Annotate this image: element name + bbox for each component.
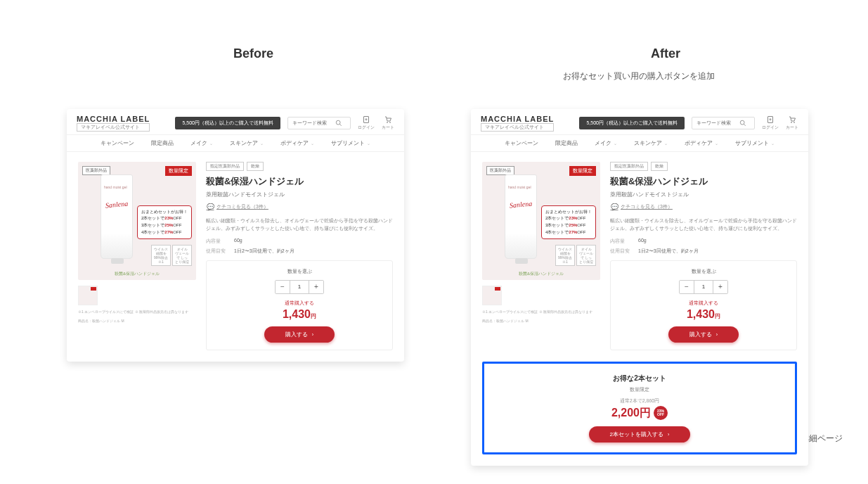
search-input[interactable] <box>697 120 739 125</box>
qty-decrement[interactable]: − <box>680 281 694 293</box>
nav-supplement[interactable]: サプリメント⌄ <box>331 139 370 147</box>
thumbnail[interactable] <box>78 286 98 305</box>
brand-name: MACCHIA LABEL <box>481 115 554 123</box>
thumbnail[interactable] <box>482 286 502 305</box>
cart-label: カート <box>786 125 798 131</box>
qty-stepper: − 1 + <box>679 280 728 294</box>
navbar: キャンペーン 限定商品 メイク⌄ スキンケア⌄ ボディケア⌄ サプリメント⌄ <box>67 134 404 152</box>
nav-makeup[interactable]: メイク⌄ <box>190 139 213 147</box>
nav-skincare[interactable]: スキンケア⌄ <box>634 139 668 147</box>
free-shipping-banner: 5,500円（税込）以上のご購入で送料無料 <box>579 117 685 129</box>
cart-button[interactable]: カート <box>786 115 798 131</box>
product-caption: 殺菌&保湿ハンドジェル <box>78 271 196 277</box>
login-button[interactable]: ログイン <box>762 115 779 131</box>
promo-line: 2本セットで23%OFF <box>141 215 188 222</box>
nav-bodycare[interactable]: ボディケア⌄ <box>280 139 314 147</box>
nav-limited[interactable]: 限定商品 <box>151 139 174 147</box>
login-button[interactable]: ログイン <box>358 115 375 131</box>
speech-icon: 💬 <box>610 203 618 211</box>
login-icon <box>766 115 775 124</box>
buy-button[interactable]: 購入する› <box>668 326 739 343</box>
feature-badge: ウイルス 細菌を 99%除去※1 <box>555 245 575 266</box>
cart-button[interactable]: カート <box>382 115 394 131</box>
nav-makeup[interactable]: メイク⌄ <box>595 139 617 147</box>
svg-line-1 <box>339 124 342 126</box>
search-input[interactable] <box>292 120 335 125</box>
qty-stepper: − 1 + <box>275 280 324 294</box>
svg-point-5 <box>390 122 391 122</box>
chevron-right-icon: › <box>668 432 669 437</box>
spec-row: 使用目安1日2〜3回使用で、約2ヶ月 <box>610 248 797 255</box>
promo-title: おまとめセットがお得！ <box>141 209 188 216</box>
review-link[interactable]: 💬 クチコミを見る（3件） <box>610 203 797 211</box>
topbar: MACCHIA LABEL マキアレイベル公式サイト 5,500円（税込）以上の… <box>67 109 404 134</box>
topbar: MACCHIA LABEL マキアレイベル公式サイト 5,500円（税込）以上の… <box>471 109 808 134</box>
chevron-down-icon: ⌄ <box>715 141 718 146</box>
brand-name: MACCHIA LABEL <box>77 115 150 123</box>
free-shipping-banner: 5,500円（税込）以上のご購入で送料無料 <box>175 117 280 129</box>
ingredients-note: ※1 エンベロープウイルスにて検証 ※ 医薬部外品販売名は異なります <box>482 310 600 315</box>
qty-value: 1 <box>694 281 713 293</box>
nav-skincare[interactable]: スキンケア⌄ <box>230 139 264 147</box>
nav-supplement[interactable]: サプリメント⌄ <box>735 139 775 147</box>
set-title: お得な2本セット <box>494 374 785 383</box>
nav-campaign[interactable]: キャンペーン <box>505 139 538 147</box>
brand[interactable]: MACCHIA LABEL マキアレイベル公式サイト <box>77 115 150 132</box>
search-icon[interactable] <box>739 119 747 127</box>
review-link[interactable]: 💬 クチコミを見る（3件） <box>206 203 393 211</box>
chevron-down-icon: ⌄ <box>664 141 668 146</box>
promo-line: 4本セットで27%OFF <box>545 229 592 236</box>
product-caption: 殺菌&保湿ハンドジェル <box>482 271 600 277</box>
tube-script: Sanlena <box>510 199 533 209</box>
svg-point-6 <box>740 120 744 125</box>
product-tag: 乾燥 <box>247 162 264 171</box>
spec-row: 内容量60g <box>206 238 393 245</box>
qty-decrement[interactable]: − <box>276 281 290 293</box>
product-description: 幅広い細菌類・ウイルスを除去し、オイルヴェールで乾燥から手指を守る殺菌ハンドジェ… <box>610 217 797 232</box>
qty-label: 数量を選ぶ <box>618 268 789 275</box>
nav-campaign[interactable]: キャンペーン <box>101 139 134 147</box>
limited-badge: 数量限定 <box>165 166 192 176</box>
medicine-badge: 医薬部外品 <box>486 166 514 175</box>
medicine-badge: 医薬部外品 <box>82 166 110 175</box>
chevron-down-icon: ⌄ <box>614 141 617 146</box>
login-label: ログイン <box>762 125 779 131</box>
promo-line: 4本セットで27%OFF <box>141 229 188 236</box>
search-icon[interactable] <box>335 119 343 127</box>
price: 1,430円 <box>214 308 385 321</box>
product-image[interactable]: 医薬部外品 数量限定 hand moist gel Sanlena おまとめセッ… <box>482 162 600 280</box>
product-tag: 指定医薬部外品 <box>610 162 648 171</box>
login-label: ログイン <box>358 125 375 131</box>
qty-increment[interactable]: + <box>309 281 323 293</box>
nav-bodycare[interactable]: ボディケア⌄ <box>685 139 718 147</box>
feature-badge: オイル ヴェールで しっとり保湿 <box>172 245 192 266</box>
product-image[interactable]: 医薬部外品 数量限定 hand moist gel Sanlena おまとめセッ… <box>78 162 196 280</box>
chevron-down-icon: ⌄ <box>367 141 370 146</box>
set-buy-box: お得な2本セット 数量限定 通常2本で2,860円 2,200円 23%OFF … <box>482 362 797 454</box>
cart-icon <box>788 115 796 124</box>
promo-line: 2本セットで23%OFF <box>545 215 592 222</box>
search-box[interactable] <box>692 117 755 129</box>
discount-badge: 23%OFF <box>654 406 668 420</box>
price-label: 通常購入する <box>618 300 789 307</box>
product-title: 殺菌&保湿ハンドジェル <box>610 175 797 188</box>
login-icon <box>362 115 370 124</box>
brand-tagline: マキアレイベル公式サイト <box>77 123 150 132</box>
qty-increment[interactable]: + <box>713 281 727 293</box>
brand[interactable]: MACCHIA LABEL マキアレイベル公式サイト <box>481 115 554 132</box>
mockup-after: MACCHIA LABEL マキアレイベル公式サイト 5,500円（税込）以上の… <box>471 109 808 466</box>
nav-limited[interactable]: 限定商品 <box>555 139 578 147</box>
product-tube: hand moist gel Sanlena <box>101 174 133 259</box>
set-price: 2,200円 23%OFF <box>611 406 668 421</box>
navbar: キャンペーン 限定商品 メイク⌄ スキンケア⌄ ボディケア⌄ サプリメント⌄ <box>471 134 808 152</box>
promo-title: おまとめセットがお得！ <box>545 209 592 216</box>
chevron-down-icon: ⌄ <box>209 141 213 146</box>
search-box[interactable] <box>287 117 351 129</box>
limited-badge: 数量限定 <box>569 166 596 176</box>
product-tube: hand moist gel Sanlena <box>505 174 537 259</box>
buy-button[interactable]: 購入する› <box>264 326 335 343</box>
set-buy-button[interactable]: 2本セットを購入する› <box>589 426 691 442</box>
svg-point-10 <box>791 122 792 122</box>
tube-label: hand moist gel <box>104 185 127 189</box>
ingredients-note: ※1 エンベロープウイルスにて検証 ※ 医薬部外品販売名は異なります <box>78 310 196 315</box>
